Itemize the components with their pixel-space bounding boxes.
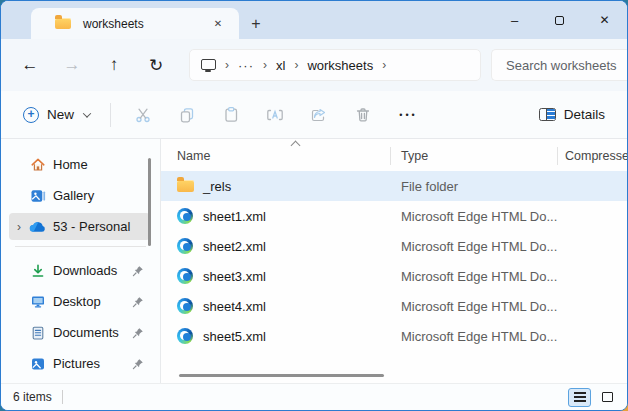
- edge-html-icon: [176, 327, 194, 345]
- chevron-right-icon: ›: [225, 58, 229, 72]
- gallery-icon: [29, 188, 46, 204]
- statusbar-divider: [62, 390, 63, 404]
- file-row-rels[interactable]: _rels File folder: [161, 171, 627, 201]
- file-row-sheet1[interactable]: sheet1.xml Microsoft Edge HTML Do...: [161, 201, 627, 231]
- home-icon: [29, 157, 46, 173]
- titlebar: worksheets ✕ + – ✕: [1, 1, 627, 39]
- see-more-button[interactable]: •••: [387, 98, 427, 132]
- toolbar-divider: [110, 103, 111, 127]
- horizontal-scrollbar-thumb[interactable]: [179, 374, 384, 378]
- file-list: Name Type Compressed size _rels File fol…: [161, 139, 627, 383]
- plus-icon: +: [23, 107, 39, 123]
- sidebar-scrollbar-thumb[interactable]: [148, 158, 152, 246]
- main-area: Home Gallery ›: [1, 139, 627, 383]
- large-icons-view-button[interactable]: [596, 388, 619, 407]
- this-pc-icon[interactable]: [200, 59, 216, 72]
- scissors-icon: [134, 106, 152, 124]
- explorer-tab[interactable]: worksheets ✕: [31, 8, 239, 39]
- details-view-button[interactable]: [568, 388, 591, 407]
- minimize-button[interactable]: –: [492, 1, 537, 39]
- onedrive-cloud-icon: [29, 219, 46, 235]
- chevron-right-icon: ›: [294, 58, 298, 72]
- large-icons-view-icon: [602, 392, 613, 402]
- statusbar: 6 items: [1, 383, 627, 410]
- trash-icon: [354, 106, 372, 124]
- search-input[interactable]: [492, 50, 627, 80]
- chevron-right-icon: ›: [382, 58, 386, 72]
- breadcrumb-item-worksheets[interactable]: worksheets: [307, 58, 373, 73]
- sidebar-divider: [15, 246, 146, 247]
- sidebar: Home Gallery ›: [1, 139, 161, 383]
- share-icon: [310, 106, 328, 124]
- expand-chevron-icon[interactable]: ›: [9, 220, 29, 234]
- file-row-sheet5[interactable]: sheet5.xml Microsoft Edge HTML Do...: [161, 321, 627, 351]
- breadcrumb-overflow[interactable]: ···: [238, 58, 254, 73]
- edge-html-icon: [176, 207, 194, 225]
- details-view-icon: [574, 392, 586, 402]
- file-row-sheet3[interactable]: sheet3.xml Microsoft Edge HTML Do...: [161, 261, 627, 291]
- chevron-down-icon: [83, 109, 91, 117]
- search-box: [491, 49, 627, 81]
- column-divider[interactable]: [557, 147, 558, 165]
- sidebar-item-gallery[interactable]: Gallery: [9, 182, 150, 209]
- paste-button[interactable]: [211, 98, 251, 132]
- file-explorer-window: worksheets ✕ + – ✕ ← → ↑ ↻ › ··· › xl › …: [0, 0, 628, 411]
- downloads-icon: [29, 263, 46, 279]
- rename-icon: [266, 106, 284, 124]
- rename-button[interactable]: [255, 98, 295, 132]
- sidebar-item-downloads[interactable]: Downloads: [9, 257, 150, 284]
- new-button[interactable]: + New: [13, 98, 100, 132]
- toolbar: + New: [1, 91, 627, 139]
- sort-ascending-icon: [291, 141, 301, 151]
- navigation-bar: ← → ↑ ↻ › ··· › xl › worksheets ›: [1, 39, 627, 91]
- window-controls: – ✕: [492, 1, 627, 39]
- details-pane-icon: [539, 108, 556, 121]
- column-header-compressed-size[interactable]: Compressed size: [565, 149, 627, 163]
- column-headers: Name Type Compressed size: [161, 141, 627, 171]
- sidebar-item-home[interactable]: Home: [9, 151, 150, 178]
- edge-html-icon: [176, 237, 194, 255]
- pin-icon: [132, 296, 144, 308]
- details-pane-button[interactable]: Details: [529, 98, 615, 132]
- maximize-button[interactable]: [537, 1, 582, 39]
- forward-button: →: [55, 48, 89, 82]
- new-tab-button[interactable]: +: [239, 8, 273, 39]
- pin-icon: [132, 358, 144, 370]
- tab-title: worksheets: [83, 17, 197, 31]
- sidebar-item-documents[interactable]: Documents: [9, 319, 150, 346]
- up-button[interactable]: ↑: [97, 48, 131, 82]
- file-row-sheet2[interactable]: sheet2.xml Microsoft Edge HTML Do...: [161, 231, 627, 261]
- folder-icon: [55, 18, 71, 29]
- paste-icon: [222, 106, 240, 124]
- back-button[interactable]: ←: [13, 48, 47, 82]
- sidebar-item-desktop[interactable]: Desktop: [9, 288, 150, 315]
- maximize-icon: [555, 16, 564, 25]
- folder-icon: [176, 177, 194, 195]
- share-button[interactable]: [299, 98, 339, 132]
- pin-icon: [132, 327, 144, 339]
- close-button[interactable]: ✕: [582, 1, 627, 39]
- sidebar-item-onedrive-personal[interactable]: › 53 - Personal: [9, 213, 150, 240]
- column-divider[interactable]: [390, 147, 391, 165]
- pictures-icon: [29, 356, 46, 372]
- breadcrumb: › ··· › xl › worksheets ›: [189, 49, 481, 81]
- breadcrumb-item-xl[interactable]: xl: [276, 58, 285, 73]
- column-header-name[interactable]: Name: [177, 149, 210, 163]
- sidebar-item-pictures[interactable]: Pictures: [9, 350, 150, 377]
- refresh-button[interactable]: ↻: [139, 48, 173, 82]
- desktop-icon: [29, 294, 46, 310]
- chevron-right-icon: ›: [263, 58, 267, 72]
- copy-icon: [178, 106, 196, 124]
- pin-icon: [132, 265, 144, 277]
- copy-button[interactable]: [167, 98, 207, 132]
- edge-html-icon: [176, 267, 194, 285]
- edge-html-icon: [176, 297, 194, 315]
- tab-close-icon[interactable]: ✕: [209, 15, 227, 33]
- column-header-type[interactable]: Type: [401, 149, 428, 163]
- cut-button[interactable]: [123, 98, 163, 132]
- file-row-sheet4[interactable]: sheet4.xml Microsoft Edge HTML Do...: [161, 291, 627, 321]
- delete-button[interactable]: [343, 98, 383, 132]
- item-count: 6 items: [13, 390, 52, 404]
- documents-icon: [29, 325, 46, 341]
